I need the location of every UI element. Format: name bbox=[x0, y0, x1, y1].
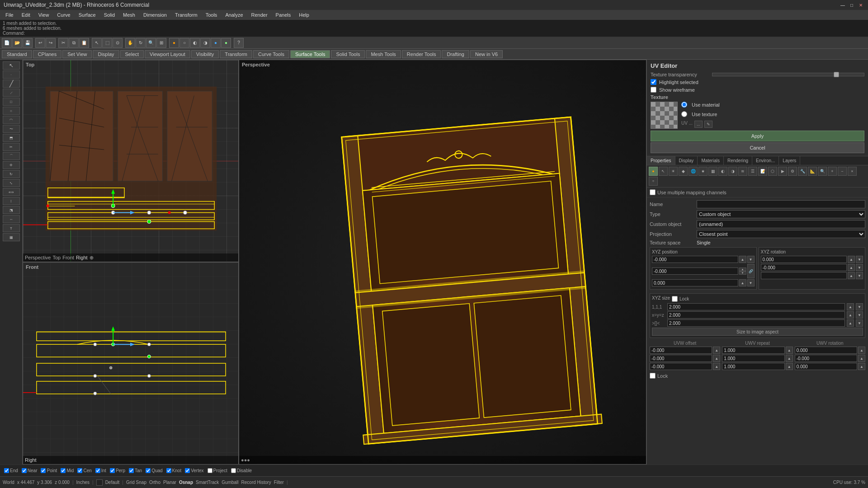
vp-top-tab2[interactable]: Top bbox=[52, 255, 61, 260]
box-tool[interactable]: □ bbox=[3, 98, 20, 106]
repeat-x-up[interactable]: ▲ bbox=[786, 347, 793, 354]
tab-viewport-layout[interactable]: Viewport Layout bbox=[145, 50, 190, 58]
snap-disable-checkbox[interactable] bbox=[231, 468, 236, 473]
snap-int-checkbox[interactable] bbox=[95, 468, 100, 473]
polyline-tool[interactable]: ⟋ bbox=[3, 89, 20, 97]
xyz-link-btn[interactable]: 🔗 bbox=[747, 264, 755, 278]
undo-btn[interactable]: ↩ bbox=[35, 38, 45, 48]
transparency-slider[interactable] bbox=[712, 73, 864, 76]
snap-quad-checkbox[interactable] bbox=[146, 468, 151, 473]
repeat-y-up[interactable]: ▲ bbox=[786, 355, 793, 362]
prop-icon-sun[interactable]: ☀ bbox=[669, 167, 678, 176]
use-multiple-mapping-checkbox[interactable] bbox=[650, 189, 656, 195]
xyz-pos-y-down[interactable]: ▼ bbox=[739, 271, 746, 275]
prop-icon-grid[interactable]: ▦ bbox=[708, 167, 717, 176]
tab-properties[interactable]: Properties bbox=[647, 156, 675, 165]
tab-mesh-tools[interactable]: Mesh Tools bbox=[366, 50, 401, 58]
size-bracket-down[interactable]: ▼ bbox=[856, 319, 863, 327]
rotation-z-up[interactable]: ▲ bbox=[858, 363, 865, 370]
command-input[interactable] bbox=[26, 31, 117, 36]
render3-btn[interactable]: ◐ bbox=[190, 38, 200, 48]
dimension-tool[interactable]: ↔ bbox=[3, 215, 20, 223]
tab-solid-tools[interactable]: Solid Tools bbox=[331, 50, 365, 58]
size-bracket-up[interactable]: ▲ bbox=[847, 319, 854, 327]
xyz-pos-x-down[interactable]: ▼ bbox=[747, 256, 755, 263]
use-material-radio[interactable] bbox=[681, 102, 687, 108]
tab-curve-tools[interactable]: Curve Tools bbox=[253, 50, 289, 58]
tab-surface-tools[interactable]: Surface Tools bbox=[290, 50, 330, 58]
save-btn[interactable]: 💾 bbox=[23, 38, 33, 48]
status-grid-snap[interactable]: Grid Snap bbox=[126, 480, 146, 485]
prop-icon-extra4[interactable]: 🔍 bbox=[818, 167, 827, 176]
tab-select[interactable]: Select bbox=[120, 50, 144, 58]
arc-tool[interactable]: ◠ bbox=[3, 116, 20, 124]
render6-btn[interactable]: ● bbox=[221, 38, 231, 48]
snap-near-checkbox[interactable] bbox=[22, 468, 27, 473]
menu-mesh[interactable]: Mesh bbox=[119, 11, 139, 19]
prop-icon-globe[interactable]: 🌐 bbox=[689, 167, 698, 176]
menu-edit[interactable]: Edit bbox=[18, 11, 34, 19]
uvw-lock-checkbox[interactable] bbox=[650, 373, 656, 379]
vp-top-tab4[interactable]: Right bbox=[76, 255, 88, 260]
line-tool[interactable]: ╱ bbox=[3, 80, 20, 88]
render4-btn[interactable]: ◑ bbox=[200, 38, 210, 48]
extrude-tool[interactable]: ⬒ bbox=[3, 134, 20, 142]
status-record-history[interactable]: Record History bbox=[241, 480, 271, 485]
cut-btn[interactable]: ✂ bbox=[58, 38, 68, 48]
status-planar[interactable]: Planar bbox=[163, 480, 176, 485]
menu-analyze[interactable]: Analyze bbox=[222, 11, 246, 19]
menu-help[interactable]: Help bbox=[295, 11, 313, 19]
zoom-all-btn[interactable]: ⊞ bbox=[156, 38, 166, 48]
scale-tool[interactable]: ⤡ bbox=[3, 179, 20, 187]
tex-edit-btn[interactable]: ✎ bbox=[704, 121, 712, 128]
snap-perp-checkbox[interactable] bbox=[110, 468, 115, 473]
rotate-tool-2[interactable]: ↻ bbox=[3, 170, 20, 178]
xyz-rot-y-down[interactable]: ▼ bbox=[856, 264, 863, 271]
size-xyz-down[interactable]: ▼ bbox=[856, 311, 863, 319]
prop-icon-extra5[interactable]: + bbox=[828, 167, 837, 176]
transparency-thumb[interactable] bbox=[834, 72, 839, 77]
offset-y-input[interactable] bbox=[650, 355, 712, 362]
menu-view[interactable]: View bbox=[35, 11, 53, 19]
size-111-down[interactable]: ▼ bbox=[856, 303, 863, 310]
new-btn[interactable]: 📄 bbox=[2, 38, 12, 48]
xyz-rot-y[interactable] bbox=[761, 264, 847, 271]
offset-x-input[interactable] bbox=[650, 347, 712, 354]
offset-z-input[interactable] bbox=[650, 363, 712, 370]
tex-browse-btn[interactable]: ... bbox=[694, 121, 703, 128]
prop-icon-render[interactable]: ◑ bbox=[728, 167, 737, 176]
prop-icon-mesh[interactable]: ⬡ bbox=[768, 167, 777, 176]
paste-btn[interactable]: 📋 bbox=[79, 38, 89, 48]
menu-surface[interactable]: Surface bbox=[75, 11, 99, 19]
array-tool[interactable]: ⁞ bbox=[3, 197, 20, 205]
tab-new-v6[interactable]: New in V6 bbox=[470, 50, 503, 58]
repeat-y-input[interactable] bbox=[722, 355, 784, 362]
copy-btn[interactable]: ⧉ bbox=[69, 38, 79, 48]
curve-tool[interactable]: 〜 bbox=[3, 125, 20, 133]
tab-layers[interactable]: Layers bbox=[779, 156, 800, 165]
xyz-pos-y[interactable] bbox=[652, 267, 738, 275]
highlight-selected-checkbox[interactable] bbox=[651, 79, 656, 85]
xyz-rot-z[interactable] bbox=[761, 272, 847, 279]
snap-knot-checkbox[interactable] bbox=[166, 468, 171, 473]
custom-object-input[interactable] bbox=[697, 220, 865, 228]
vp-add-btn[interactable]: ⊕ bbox=[90, 255, 94, 261]
select-tool[interactable]: ↖ bbox=[3, 61, 20, 70]
prop-icon-env[interactable]: ≋ bbox=[738, 167, 747, 176]
circle-tool[interactable]: ○ bbox=[3, 107, 20, 115]
show-wireframe-checkbox[interactable] bbox=[651, 87, 656, 93]
xyz-pos-x-up[interactable]: ▲ bbox=[739, 256, 746, 263]
minimize-btn[interactable]: — bbox=[839, 1, 846, 9]
prop-icon-extra6[interactable]: − bbox=[838, 167, 847, 176]
point-tool[interactable]: · bbox=[3, 70, 20, 79]
move-tool[interactable]: ✛ bbox=[3, 161, 20, 169]
size-111-up[interactable]: ▲ bbox=[847, 303, 854, 310]
menu-panels[interactable]: Panels bbox=[272, 11, 295, 19]
menu-render[interactable]: Render bbox=[248, 11, 271, 19]
tab-environ[interactable]: Environ... bbox=[752, 156, 779, 165]
vp-top-tab3[interactable]: Front bbox=[62, 255, 74, 260]
status-gumball[interactable]: Gumball bbox=[222, 480, 238, 485]
mirror-tool[interactable]: ⟺ bbox=[3, 188, 20, 196]
tab-materials[interactable]: Materials bbox=[698, 156, 724, 165]
snap-cen-checkbox[interactable] bbox=[77, 468, 82, 473]
